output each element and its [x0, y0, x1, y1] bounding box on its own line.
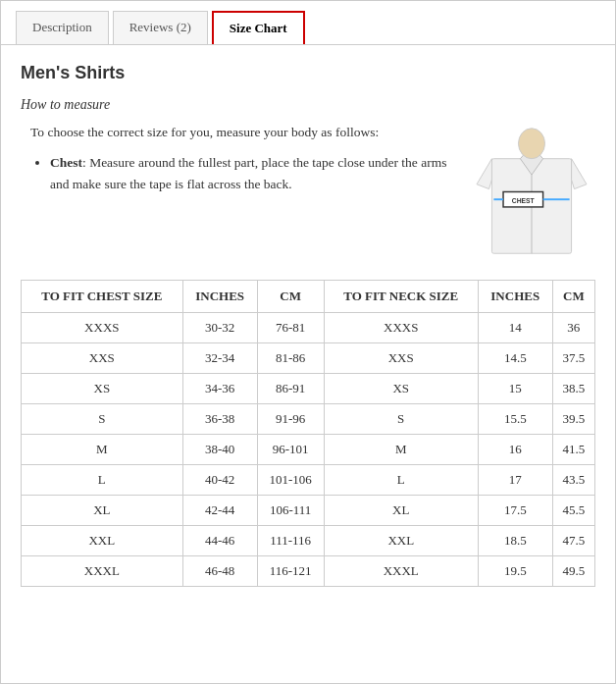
col-chest-inches-header: INCHES — [182, 281, 257, 313]
chest-cm-cell: 76-81 — [257, 313, 324, 343]
table-row: M38-4096-101M1641.5 — [22, 435, 595, 465]
chest-inches-cell: 42-44 — [182, 496, 257, 526]
chest-size-cell: XXL — [22, 526, 183, 556]
neck-inches-cell: 17 — [478, 465, 552, 496]
neck-cm-cell: 45.5 — [552, 496, 594, 526]
neck-cm-cell: 36 — [552, 313, 594, 343]
chest-size-cell: XS — [22, 374, 183, 404]
neck-inches-cell: 16 — [478, 435, 552, 465]
neck-cm-cell: 39.5 — [552, 404, 594, 435]
col-neck-cm-header: CM — [552, 281, 594, 313]
chest-cm-cell: 116-121 — [257, 556, 324, 587]
chest-cm-cell: 101-106 — [257, 465, 324, 496]
table-row: XXXL46-48116-121XXXL19.549.5 — [22, 556, 595, 587]
table-row: XL42-44106-111XL17.545.5 — [22, 496, 595, 526]
chest-inches-cell: 46-48 — [182, 556, 257, 587]
bullet-term: Chest — [50, 155, 82, 170]
chest-inches-cell: 38-40 — [182, 435, 257, 465]
neck-inches-cell: 17.5 — [478, 496, 552, 526]
neck-size-cell: XXXS — [324, 313, 478, 343]
tab-description[interactable]: Description — [16, 11, 109, 44]
table-row: S36-3891-96S15.539.5 — [22, 404, 595, 435]
chest-cm-cell: 111-116 — [257, 526, 324, 556]
table-row: XXXS30-3276-81XXXS1436 — [22, 313, 595, 343]
neck-cm-cell: 43.5 — [552, 465, 594, 496]
col-neck-size-header: TO FIT NECK SIZE — [324, 281, 478, 313]
chest-size-cell: XXXL — [22, 556, 183, 587]
chest-inches-cell: 34-36 — [182, 374, 257, 404]
size-chart-table: TO FIT CHEST SIZE INCHES CM TO FIT NECK … — [21, 280, 595, 587]
chest-size-cell: XXS — [22, 343, 183, 374]
chest-inches-cell: 40-42 — [182, 465, 257, 496]
neck-size-cell: XXL — [324, 526, 478, 556]
page-title: Men's Shirts — [21, 63, 595, 83]
tab-size-chart[interactable]: Size Chart — [212, 11, 305, 44]
neck-cm-cell: 41.5 — [552, 435, 594, 465]
neck-cm-cell: 37.5 — [552, 343, 594, 374]
neck-size-cell: L — [324, 465, 478, 496]
table-row: L40-42101-106L1743.5 — [22, 465, 595, 496]
chest-size-cell: XL — [22, 496, 183, 526]
bullet-item-chest: Chest: Measure around the fullest part, … — [50, 152, 458, 194]
chest-cm-cell: 96-101 — [257, 435, 324, 465]
neck-inches-cell: 14 — [478, 313, 552, 343]
svg-text:CHEST: CHEST — [512, 197, 536, 204]
chest-inches-cell: 44-46 — [182, 526, 257, 556]
col-neck-inches-header: INCHES — [478, 281, 552, 313]
chest-inches-cell: 32-34 — [182, 343, 257, 374]
neck-size-cell: S — [324, 404, 478, 435]
svg-point-4 — [518, 129, 544, 159]
chest-size-cell: XXXS — [22, 313, 183, 343]
bullet-list: Chest: Measure around the fullest part, … — [21, 152, 458, 194]
shirt-illustration: CHEST — [468, 123, 595, 260]
neck-size-cell: M — [324, 435, 478, 465]
chest-size-cell: L — [22, 465, 183, 496]
neck-size-cell: XXS — [324, 343, 478, 374]
neck-size-cell: XS — [324, 374, 478, 404]
main-content: Men's Shirts How to measure To choose th… — [1, 45, 615, 606]
chest-inches-cell: 36-38 — [182, 404, 257, 435]
chest-size-cell: S — [22, 404, 183, 435]
neck-cm-cell: 38.5 — [552, 374, 594, 404]
chest-cm-cell: 91-96 — [257, 404, 324, 435]
neck-cm-cell: 49.5 — [552, 556, 594, 587]
measure-section: To choose the correct size for you, meas… — [21, 123, 595, 260]
neck-inches-cell: 15 — [478, 374, 552, 404]
shirt-svg: CHEST — [473, 123, 590, 260]
how-to-measure-label: How to measure — [21, 97, 595, 113]
table-row: XXL44-46111-116XXL18.547.5 — [22, 526, 595, 556]
chest-cm-cell: 86-91 — [257, 374, 324, 404]
chest-size-cell: M — [22, 435, 183, 465]
neck-inches-cell: 18.5 — [478, 526, 552, 556]
svg-marker-2 — [477, 159, 491, 189]
tab-reviews[interactable]: Reviews (2) — [113, 11, 208, 44]
neck-cm-cell: 47.5 — [552, 526, 594, 556]
tabs-bar: Description Reviews (2) Size Chart — [1, 1, 615, 45]
table-header-row: TO FIT CHEST SIZE INCHES CM TO FIT NECK … — [22, 281, 595, 313]
chest-cm-cell: 81-86 — [257, 343, 324, 374]
col-chest-size-header: TO FIT CHEST SIZE — [22, 281, 183, 313]
neck-inches-cell: 14.5 — [478, 343, 552, 374]
neck-inches-cell: 15.5 — [478, 404, 552, 435]
bullet-description: : Measure around the fullest part, place… — [50, 155, 446, 191]
neck-size-cell: XL — [324, 496, 478, 526]
neck-size-cell: XXXL — [324, 556, 478, 587]
measure-text: To choose the correct size for you, meas… — [21, 123, 468, 198]
intro-text: To choose the correct size for you, meas… — [21, 123, 458, 142]
chest-cm-cell: 106-111 — [257, 496, 324, 526]
svg-marker-3 — [572, 159, 587, 189]
chest-inches-cell: 30-32 — [182, 313, 257, 343]
table-row: XS34-3686-91XS1538.5 — [22, 374, 595, 404]
table-row: XXS32-3481-86XXS14.537.5 — [22, 343, 595, 374]
col-chest-cm-header: CM — [257, 281, 324, 313]
neck-inches-cell: 19.5 — [478, 556, 552, 587]
